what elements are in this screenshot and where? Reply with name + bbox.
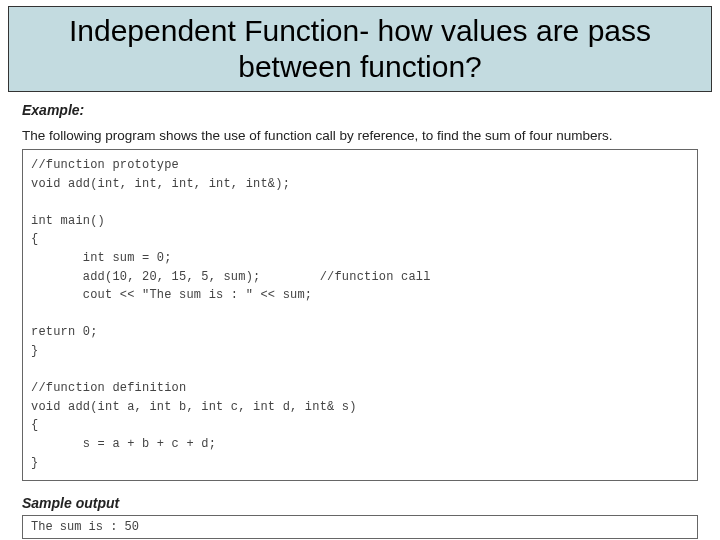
sample-output-block: The sum is : 50 xyxy=(22,515,698,539)
code-block: //function prototype void add(int, int, … xyxy=(22,149,698,481)
example-heading: Example: xyxy=(22,102,712,118)
slide-title: Independent Function- how values are pas… xyxy=(8,6,712,92)
slide: Independent Function- how values are pas… xyxy=(0,0,720,540)
description-text: The following program shows the use of f… xyxy=(22,128,712,143)
sample-output-heading: Sample output xyxy=(22,495,712,511)
